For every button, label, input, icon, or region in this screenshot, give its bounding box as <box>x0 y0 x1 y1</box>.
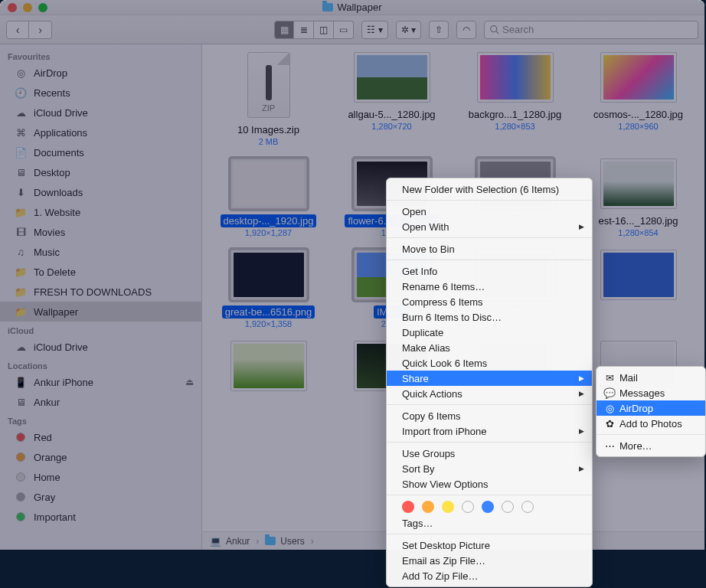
submenu-item[interactable]: ⋯More… <box>597 438 705 453</box>
sidebar-item[interactable]: 🕘Recents <box>0 83 201 103</box>
sidebar-item[interactable]: ◎AirDrop <box>0 63 201 83</box>
sidebar-item[interactable]: Home <box>0 467 201 487</box>
sidebar-header: Locations <box>0 357 201 372</box>
menu-item[interactable]: New Folder with Selection (6 Items) <box>387 181 592 197</box>
menu-item[interactable]: Open With <box>387 219 592 234</box>
clock-icon: 🕘 <box>14 87 28 99</box>
sidebar-item[interactable]: 📁Wallpaper <box>0 302 201 322</box>
cloud-icon: ☁ <box>14 107 28 119</box>
submenu-item[interactable]: 💬Messages <box>597 385 705 400</box>
file-item[interactable]: allgau-5..._1280.jpg1,280×720 <box>331 52 453 146</box>
view-columns-button[interactable]: ◫ <box>314 21 334 39</box>
menu-item[interactable]: Make Alias <box>387 340 592 355</box>
music-icon: ♫ <box>14 247 28 258</box>
sidebar-item[interactable]: ☁iCloud Drive <box>0 337 201 357</box>
menu-item[interactable]: Use Groups <box>387 446 592 461</box>
window-title: Wallpaper <box>337 2 381 13</box>
tag-color[interactable] <box>402 501 414 513</box>
menu-item[interactable]: Set Desktop Picture <box>387 537 592 553</box>
file-name: great-be...6516.png <box>222 305 315 318</box>
folder-icon: 📁 <box>14 286 28 298</box>
menu-item[interactable]: Duplicate <box>387 325 592 340</box>
file-item[interactable]: desktop-..._1920.jpg1,920×1,287 <box>208 158 330 237</box>
menu-item[interactable]: Compress 6 Items <box>387 294 592 309</box>
submenu-item[interactable]: ◎AirDrop <box>597 400 705 416</box>
file-name <box>636 305 642 307</box>
monitor-icon: 🖥 <box>14 397 28 408</box>
menu-item[interactable]: Sort By <box>387 461 592 476</box>
menu-item[interactable]: Show View Options <box>387 476 592 492</box>
view-gallery-button[interactable]: ▭ <box>334 21 354 39</box>
view-icons-button[interactable]: ▦ <box>274 21 294 39</box>
tag-color[interactable] <box>521 501 534 513</box>
svg-line-1 <box>496 31 498 34</box>
view-list-button[interactable]: ≣ <box>294 21 314 39</box>
menu-item[interactable]: Get Info <box>387 263 592 279</box>
sidebar-item[interactable]: 📱Ankur iPhone⏏ <box>0 372 201 392</box>
file-item[interactable]: est-16..._1280.jpg1,280×854 <box>577 158 700 237</box>
thumbnail <box>600 52 677 103</box>
sidebar-item[interactable]: 📄Documents <box>0 142 201 162</box>
submenu-item[interactable]: ✉Mail <box>597 370 705 385</box>
file-item[interactable] <box>208 341 330 399</box>
file-meta: 1,280×853 <box>495 122 534 131</box>
file-item[interactable]: ZIP10 Images.zip2 MB <box>208 52 330 146</box>
sidebar-item[interactable]: Red <box>0 427 201 447</box>
sidebar-header: Favourites <box>0 47 201 63</box>
zip-icon: ZIP <box>247 52 290 118</box>
back-button[interactable]: ‹ <box>6 21 29 39</box>
menu-item[interactable]: Add To Zip File… <box>387 568 592 583</box>
sidebar-item[interactable]: ♫Music <box>0 242 201 262</box>
tag-dot-icon <box>14 452 28 462</box>
sidebar-item[interactable]: 🎞Movies <box>0 222 201 242</box>
sidebar-item[interactable]: 📁To Delete <box>0 262 201 282</box>
file-item[interactable]: great-be...6516.png1,920×1,358 <box>208 250 330 328</box>
menu-item[interactable]: Tags… <box>387 515 592 531</box>
action-button[interactable]: ✲ ▾ <box>396 21 421 39</box>
phone-icon: 📱 <box>14 377 28 388</box>
sidebar-item-label: iCloud Drive <box>34 341 88 353</box>
share-button[interactable]: ⇧ <box>429 21 449 39</box>
menu-item[interactable]: Open <box>387 204 592 219</box>
arrange-button[interactable]: ☷ ▾ <box>361 21 387 39</box>
forward-button[interactable]: › <box>29 21 52 39</box>
file-item[interactable]: backgro...1_1280.jpg1,280×853 <box>454 52 577 146</box>
tag-color[interactable] <box>462 501 474 513</box>
sidebar-item[interactable]: ⬇Downloads <box>0 182 201 202</box>
sidebar-item[interactable]: Gray <box>0 487 201 507</box>
search-input[interactable]: Search <box>484 21 698 39</box>
submenu-item[interactable]: ✿Add to Photos <box>597 416 705 431</box>
sidebar-item-label: Wallpaper <box>34 306 78 318</box>
menu-item[interactable]: Share <box>387 371 592 386</box>
tags-button[interactable]: ◠ <box>456 21 476 39</box>
sidebar-header: Tags <box>0 412 201 427</box>
file-item[interactable]: cosmos-..._1280.jpg1,280×960 <box>577 52 700 146</box>
sidebar-item-label: iCloud Drive <box>34 107 88 119</box>
menu-item[interactable]: Burn 6 Items to Disc… <box>387 309 592 325</box>
tag-color[interactable] <box>502 501 514 513</box>
svg-point-0 <box>491 26 497 32</box>
tag-color[interactable] <box>442 501 454 513</box>
sidebar-item[interactable]: ☁iCloud Drive <box>0 103 201 122</box>
menu-item[interactable]: Move to Bin <box>387 241 592 256</box>
sidebar-item[interactable]: 📁1. Website <box>0 202 201 222</box>
menu-item[interactable]: Rename 6 Items… <box>387 279 592 294</box>
menu-item[interactable]: Import from iPhone <box>387 423 592 439</box>
sidebar-item[interactable]: Orange <box>0 447 201 467</box>
sidebar-item[interactable]: 🖥Ankur <box>0 392 201 412</box>
file-name: est-16..._1280.jpg <box>595 214 681 227</box>
tag-color[interactable] <box>422 501 434 513</box>
file-meta: 1,280×960 <box>618 122 658 131</box>
eject-icon[interactable]: ⏏ <box>185 377 194 387</box>
menu-item[interactable]: Email as Zip File… <box>387 553 592 568</box>
menu-item[interactable]: Quick Look 6 Items <box>387 355 592 371</box>
sidebar-item[interactable]: 🖥Desktop <box>0 162 201 182</box>
menu-item[interactable]: Quick Actions <box>387 386 592 401</box>
sidebar-item[interactable]: Important <box>0 507 201 527</box>
sidebar-item[interactable]: 📁FRESH TO DOWNLOADS <box>0 282 201 302</box>
menu-item[interactable]: Copy 6 Items <box>387 408 592 423</box>
sidebar-item-label: Home <box>34 472 60 483</box>
file-item[interactable] <box>577 250 700 328</box>
sidebar-item[interactable]: ⌘Applications <box>0 122 201 142</box>
tag-color[interactable] <box>482 501 494 513</box>
